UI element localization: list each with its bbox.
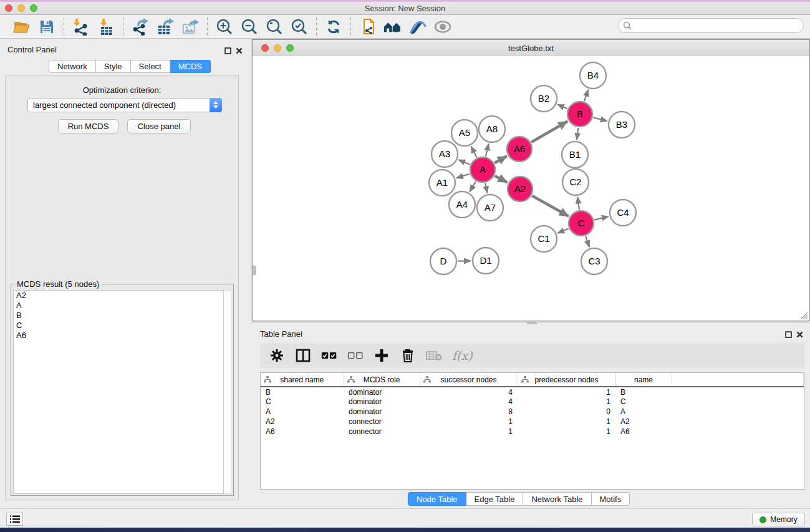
graph-edge-A-A8[interactable] bbox=[486, 143, 489, 156]
cell-MCDS-role[interactable]: connector bbox=[344, 417, 420, 427]
zoom-selected-icon[interactable] bbox=[290, 17, 309, 36]
tab-motifs[interactable]: Motifs bbox=[592, 492, 630, 506]
criterion-dropdown[interactable]: largest connected component (directed) bbox=[27, 98, 222, 112]
cell-successor-nodes[interactable]: 8 bbox=[420, 407, 518, 417]
cell-successor-nodes[interactable]: 4 bbox=[420, 397, 518, 407]
float-table-panel-icon[interactable] bbox=[785, 329, 792, 341]
tab-network[interactable]: Network bbox=[49, 60, 96, 73]
tab-mcds[interactable]: MCDS bbox=[170, 60, 211, 73]
table-row[interactable]: Adominator80A bbox=[261, 407, 804, 417]
run-mcds-button[interactable]: Run MCDS bbox=[58, 119, 118, 133]
zoom-out-icon[interactable] bbox=[240, 17, 259, 36]
tab-edge-table[interactable]: Edge Table bbox=[466, 492, 524, 506]
graph-edge-C-C3[interactable] bbox=[586, 236, 589, 248]
graph-edge-C-C4[interactable] bbox=[594, 216, 608, 220]
task-history-button[interactable] bbox=[6, 513, 23, 526]
graph-edge-B-B2[interactable] bbox=[557, 104, 567, 109]
column-header-MCDS-role[interactable]: MCDS role bbox=[344, 373, 420, 387]
deselect-all-icon[interactable] bbox=[347, 347, 364, 364]
graph-edge-A6-B[interactable] bbox=[531, 121, 567, 142]
graph-edge-A-A2[interactable] bbox=[495, 176, 508, 182]
column-header-name[interactable]: name bbox=[615, 373, 672, 387]
zoom-in-icon[interactable] bbox=[215, 17, 234, 36]
graph-edge-A-A5[interactable] bbox=[471, 147, 477, 158]
graph-edge-B-B3[interactable] bbox=[593, 117, 607, 121]
cell-predecessor-nodes[interactable]: 0 bbox=[518, 407, 615, 417]
delete-table-icon[interactable] bbox=[426, 347, 442, 364]
cell-MCDS-role[interactable]: dominator bbox=[344, 387, 420, 397]
graph-edge-A-A6[interactable] bbox=[494, 156, 507, 163]
cell-MCDS-role[interactable]: connector bbox=[344, 427, 420, 437]
mcds-result-item[interactable]: A6 bbox=[14, 331, 224, 341]
delete-column-icon[interactable] bbox=[400, 347, 416, 364]
cell-predecessor-nodes[interactable]: 1 bbox=[518, 427, 615, 437]
import-table-icon[interactable] bbox=[97, 17, 115, 36]
gear-icon[interactable] bbox=[269, 347, 285, 364]
refresh-icon[interactable] bbox=[324, 17, 343, 36]
cell-predecessor-nodes[interactable]: 1 bbox=[518, 397, 615, 407]
memory-button[interactable]: Memory bbox=[752, 513, 805, 526]
table-row[interactable]: A6connector11A6 bbox=[261, 427, 804, 437]
cell-shared-name[interactable]: B bbox=[261, 387, 344, 397]
save-session-icon[interactable] bbox=[37, 17, 56, 36]
desktop-vertical-scroll-thumb[interactable] bbox=[252, 266, 256, 275]
graph-edge-A-A1[interactable] bbox=[456, 174, 470, 178]
column-visibility-icon[interactable] bbox=[295, 347, 311, 364]
table-row[interactable]: A2connector11A2 bbox=[261, 417, 804, 427]
close-panel-icon[interactable] bbox=[236, 46, 243, 57]
network-window-titlebar[interactable]: testGlobe.txt bbox=[253, 40, 809, 56]
search-input[interactable] bbox=[618, 18, 804, 33]
tab-network-table[interactable]: Network Table bbox=[523, 492, 591, 506]
open-file-icon[interactable] bbox=[12, 17, 31, 36]
graph-edge-C-C2[interactable] bbox=[577, 197, 579, 210]
graph-edge-C-C1[interactable] bbox=[557, 228, 569, 233]
import-network-icon[interactable] bbox=[72, 17, 90, 36]
add-column-icon[interactable] bbox=[374, 347, 390, 364]
mcds-result-list[interactable]: A2ABCA6 bbox=[13, 290, 224, 494]
export-table-icon[interactable] bbox=[156, 17, 175, 36]
resize-grip-icon[interactable] bbox=[800, 311, 808, 319]
tab-select[interactable]: Select bbox=[131, 60, 170, 73]
table-row[interactable]: Bdominator41B bbox=[261, 387, 804, 397]
cell-name[interactable]: A bbox=[615, 407, 672, 417]
cell-name[interactable]: A6 bbox=[615, 427, 672, 437]
tab-style[interactable]: Style bbox=[96, 60, 131, 73]
mcds-result-item[interactable]: C bbox=[14, 321, 224, 331]
cell-shared-name[interactable]: C bbox=[261, 397, 344, 407]
mcds-result-item[interactable]: B bbox=[14, 311, 224, 321]
float-panel-icon[interactable] bbox=[224, 46, 231, 57]
network-canvas[interactable]: AA1A2A3A4A5A6A7A8BB1B2B3B4CC1C2C3C4DD1 bbox=[253, 56, 809, 321]
cell-shared-name[interactable]: A bbox=[261, 407, 344, 417]
table-row[interactable]: Cdominator41C bbox=[261, 397, 804, 407]
cell-predecessor-nodes[interactable]: 1 bbox=[518, 417, 615, 427]
cell-name[interactable]: C bbox=[615, 397, 672, 407]
close-table-panel-icon[interactable] bbox=[796, 329, 803, 341]
select-all-icon[interactable] bbox=[321, 347, 337, 364]
mcds-result-item[interactable]: A2 bbox=[14, 291, 224, 301]
column-header-predecessor-nodes[interactable]: predecessor nodes bbox=[518, 373, 615, 387]
cell-MCDS-role[interactable]: dominator bbox=[344, 397, 420, 407]
column-header-shared-name[interactable]: shared name bbox=[261, 373, 344, 387]
cell-successor-nodes[interactable]: 1 bbox=[420, 427, 518, 437]
mcds-result-item[interactable]: A bbox=[14, 301, 224, 311]
tab-node-table[interactable]: Node Table bbox=[408, 492, 466, 506]
cell-name[interactable]: A2 bbox=[615, 417, 672, 427]
graph-edge-A-A7[interactable] bbox=[485, 183, 487, 193]
graph-edge-A2-C[interactable] bbox=[532, 196, 569, 216]
hide-annotations-icon[interactable] bbox=[408, 17, 427, 36]
cell-MCDS-role[interactable]: dominator bbox=[344, 407, 420, 417]
close-panel-button[interactable]: Close panel bbox=[127, 119, 191, 133]
function-builder-icon[interactable]: f(x) bbox=[452, 349, 473, 362]
zoom-fit-icon[interactable] bbox=[265, 17, 284, 36]
export-image-icon[interactable] bbox=[181, 17, 200, 36]
show-graphics-icon[interactable] bbox=[433, 17, 452, 36]
graph-edge-A-A3[interactable] bbox=[458, 160, 470, 165]
network-graph[interactable]: AA1A2A3A4A5A6A7A8BB1B2B3B4CC1C2C3C4DD1 bbox=[253, 56, 809, 321]
cell-successor-nodes[interactable]: 4 bbox=[420, 387, 518, 397]
cell-predecessor-nodes[interactable]: 1 bbox=[518, 387, 615, 397]
graph-edge-B-B1[interactable] bbox=[577, 128, 578, 140]
graph-edge-B-B4[interactable] bbox=[584, 90, 588, 101]
graph-edge-A-A4[interactable] bbox=[470, 181, 476, 191]
cell-shared-name[interactable]: A6 bbox=[261, 427, 344, 437]
cell-name[interactable]: B bbox=[615, 387, 672, 397]
